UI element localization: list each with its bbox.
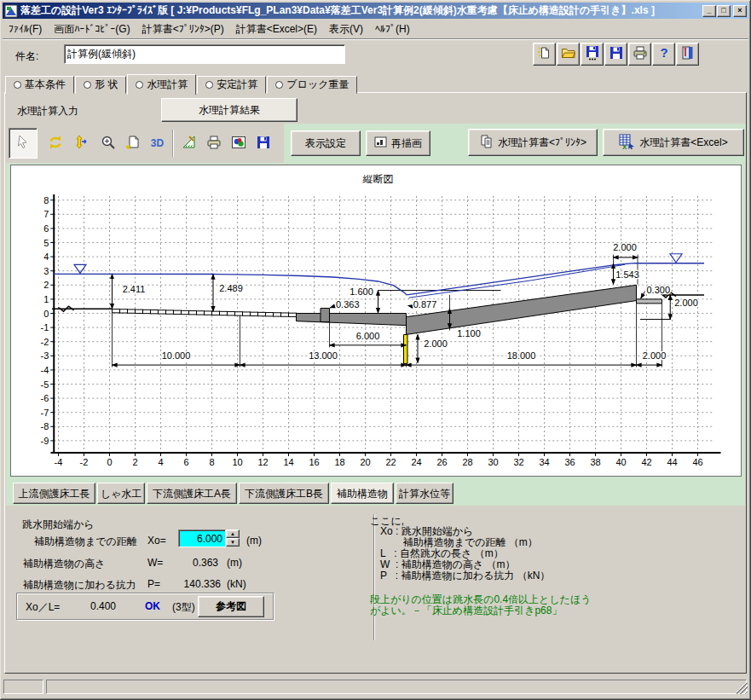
svg-text:2.000: 2.000 xyxy=(613,242,637,252)
menu-item-hardcopy[interactable]: 画面ﾊｰﾄﾞｺﾋﾟｰ(G) xyxy=(48,20,136,38)
panel-divider xyxy=(373,514,375,640)
save-button[interactable] xyxy=(604,43,627,66)
distance-input[interactable] xyxy=(178,529,226,547)
svg-text:-7: -7 xyxy=(40,408,49,418)
copy-page-button[interactable] xyxy=(120,130,145,156)
svg-text:2.000: 2.000 xyxy=(643,350,667,361)
tab-basic-conditions[interactable]: 基本条件 xyxy=(5,76,74,94)
ratio-type: (3型) xyxy=(172,600,195,615)
rtab-upstream-protection[interactable]: 上流側護床工長 xyxy=(13,483,95,504)
svg-text:26: 26 xyxy=(436,457,447,467)
open-file-button[interactable] xyxy=(557,43,580,66)
svg-text:22: 22 xyxy=(385,457,396,467)
display-settings-button[interactable]: 表示設定 xyxy=(291,130,361,156)
view-3d-button[interactable]: 3D xyxy=(145,130,170,156)
svg-text:1.100: 1.100 xyxy=(457,328,481,338)
zoom-in-button[interactable] xyxy=(95,130,120,156)
menu-item-help[interactable]: ﾍﾙﾌﾟ(H) xyxy=(369,21,416,37)
help-button[interactable]: ? xyxy=(652,43,675,66)
height-symbol: W= xyxy=(147,557,163,569)
select-cursor-button[interactable] xyxy=(9,128,38,159)
tab-radio-icon xyxy=(14,81,21,89)
height-unit: (m) xyxy=(227,557,242,569)
drawing-toolbar: 3D xyxy=(5,124,284,163)
save-as-button[interactable] xyxy=(581,43,604,66)
resize-grip[interactable] xyxy=(737,683,748,694)
svg-text:-6: -6 xyxy=(40,393,49,403)
subject-input[interactable] xyxy=(64,44,345,64)
rtab-calc-water-level[interactable]: 計算水位等 xyxy=(396,483,453,504)
picture-palette-icon xyxy=(230,134,247,153)
svg-text:5: 5 xyxy=(43,238,49,248)
svg-text:18.000: 18.000 xyxy=(507,350,536,361)
menu-item-report-printer[interactable]: 計算書<ﾌﾟﾘﾝﾀ>(P) xyxy=(136,20,230,38)
svg-text:30: 30 xyxy=(488,457,498,467)
section-drawing-panel[interactable]: -4-2024681012141618202224262830323436384… xyxy=(10,165,742,477)
svg-text:6.000: 6.000 xyxy=(356,331,380,341)
svg-text:1: 1 xyxy=(43,294,49,304)
tab-block-weight[interactable]: ブロック重量 xyxy=(267,76,357,94)
spinner-down-icon[interactable]: ▼ xyxy=(226,538,240,547)
report-pages-icon xyxy=(479,134,494,152)
main-tabs: 基本条件 形 状 水理計算 安定計算 ブロック重量 xyxy=(5,73,358,94)
rtab-cutoff[interactable]: しゃ水工 xyxy=(97,483,145,504)
image-export-button[interactable] xyxy=(226,130,251,156)
svg-text:?: ? xyxy=(660,45,667,60)
status-cell-left xyxy=(3,680,43,694)
spinner-up-icon[interactable]: ▲ xyxy=(226,529,240,538)
rtab-downstream-protection-a[interactable]: 下流側護床工A長 xyxy=(147,483,237,504)
tab-shape[interactable]: 形 状 xyxy=(75,76,126,94)
titlebar[interactable]: 落差工の設計Ver3 ｴﾝﾀｰﾌﾟﾗｲｽﾞ版 [ J:¥Products¥FLg… xyxy=(3,3,748,19)
reference-figure-button[interactable]: 参考図 xyxy=(198,596,264,617)
refresh-button[interactable] xyxy=(43,130,67,156)
svg-text:4: 4 xyxy=(43,252,49,262)
ratio-status: OK xyxy=(145,600,160,612)
excel-table-icon: X xyxy=(619,134,636,152)
floppy-icon xyxy=(255,134,272,153)
svg-text:-1: -1 xyxy=(40,322,49,333)
hydraulic-report-printer-button[interactable]: 水理計算書<ﾌﾟﾘﾝﾀ> xyxy=(468,129,598,156)
tab-stability-calc[interactable]: 安定計算 xyxy=(197,76,266,94)
svg-text:16: 16 xyxy=(309,457,319,467)
svg-text:20: 20 xyxy=(360,457,370,467)
floppy-icon xyxy=(608,44,625,64)
hydraulic-report-excel-button[interactable]: X 水理計算書<Excel> xyxy=(603,129,744,156)
menu-item-report-excel[interactable]: 計算書<Excel>(E) xyxy=(230,20,323,38)
subtab-hydraulic-input[interactable]: 水理計算入力 xyxy=(17,104,78,119)
redraw-button[interactable]: 再描画 xyxy=(366,130,430,156)
pan-button[interactable] xyxy=(67,130,92,156)
floppy-ellipsis-icon xyxy=(584,44,601,64)
new-file-button[interactable] xyxy=(533,43,556,66)
statusbar xyxy=(3,677,748,697)
svg-text:46: 46 xyxy=(692,457,702,467)
menu-item-view[interactable]: 表示(V) xyxy=(323,20,369,38)
jump-start-label: 跳水開始端から xyxy=(22,518,95,532)
hydraulic-calc-page: 水理計算入力 水理計算結果 3D 表示設定 再描画 水理計算書<ﾌﾟﾘﾝﾀ> xyxy=(4,92,747,674)
subtab-hydraulic-result[interactable]: 水理計算結果 xyxy=(161,98,298,122)
tab-hydraulic-calc[interactable]: 水理計算 xyxy=(127,74,196,95)
printer-icon xyxy=(632,44,649,64)
maximize-button[interactable]: □ xyxy=(717,5,731,17)
svg-text:-2: -2 xyxy=(80,457,89,467)
menu-item-file[interactable]: ﾌｧｲﾙ(F) xyxy=(3,21,48,37)
folder-open-icon xyxy=(560,44,577,64)
svg-text:32: 32 xyxy=(513,457,523,467)
save-chart-button[interactable] xyxy=(251,130,275,156)
svg-text:10.000: 10.000 xyxy=(162,350,191,361)
measure-button[interactable] xyxy=(176,130,201,156)
rtab-auxiliary-structure[interactable]: 補助構造物 xyxy=(331,483,394,504)
auxiliary-structure-panel: 跳水開始端から 補助構造物までの距離 Xo= ▲ ▼ (m) 補助構造物の高さ … xyxy=(5,506,746,673)
svg-text:2.411: 2.411 xyxy=(123,284,146,294)
subject-label: 件名: xyxy=(15,49,38,64)
svg-text:2: 2 xyxy=(132,457,137,467)
minimize-button[interactable]: _ xyxy=(702,5,716,17)
close-button[interactable]: × xyxy=(733,5,747,17)
svg-text:0: 0 xyxy=(107,457,112,467)
exit-button[interactable] xyxy=(676,43,699,66)
print-chart-button[interactable] xyxy=(201,130,226,156)
tab-radio-icon xyxy=(84,81,91,89)
print-button[interactable] xyxy=(628,43,651,66)
rtab-downstream-protection-b[interactable]: 下流側護床工B長 xyxy=(239,483,329,504)
report-printer-label: 水理計算書<ﾌﾟﾘﾝﾀ> xyxy=(498,136,586,150)
guideline-note: 段上がりの位置は跳水長の0.4倍以上としたほうがよい。－「床止め構造設計手引きp… xyxy=(370,594,592,616)
